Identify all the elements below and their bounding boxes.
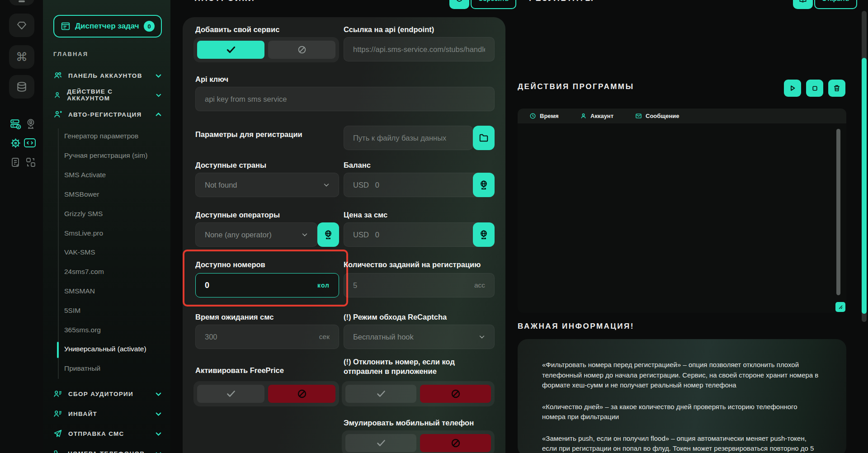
program-actions-table: Время Аккаунт Сообщение xyxy=(518,109,846,313)
reg-tasks-suffix: acc xyxy=(474,281,485,289)
operators-label: Доступные операторы xyxy=(195,211,280,219)
icon-rail: ⌘ xyxy=(0,0,43,453)
important-info-card: «Фильтровать номера перед регистрацией» … xyxy=(518,339,846,453)
chevron-down-icon xyxy=(302,231,308,238)
swap-icon[interactable] xyxy=(24,156,37,169)
sidebar-subitem[interactable]: 365sms.org xyxy=(64,326,101,336)
add-service-toggle[interactable] xyxy=(193,37,339,62)
endpoint-input[interactable]: https://api.sms-service.com/stubs/handle… xyxy=(344,37,495,61)
resize-grip-icon xyxy=(838,304,843,310)
sidebar-subitem[interactable]: Grizzly SMS xyxy=(64,210,103,220)
prohibit-icon xyxy=(450,388,461,399)
open-icon-box[interactable] xyxy=(793,0,813,9)
database-button[interactable] xyxy=(9,75,34,99)
rail-top-partial-button[interactable] xyxy=(9,0,34,5)
recaptcha-select[interactable]: Бесплатный hook xyxy=(344,325,495,349)
sidebar-subitem[interactable]: 5SIM xyxy=(64,307,80,316)
toggle-yes-segment[interactable] xyxy=(197,385,264,403)
diamond-icon xyxy=(16,20,27,31)
emulate-phone-toggle[interactable] xyxy=(342,430,495,453)
sidebar-subitem[interactable]: Генератор параметров xyxy=(64,132,138,142)
countries-select[interactable]: Not found xyxy=(195,173,339,197)
users-icon xyxy=(53,71,62,80)
toggle-no-segment[interactable] xyxy=(420,434,491,452)
table-scrollbar-thumb[interactable] xyxy=(836,129,840,295)
sidebar-item-audience[interactable]: СБОР АУДИТОРИИ xyxy=(53,384,162,403)
sidebar-subitem[interactable]: SMSBower xyxy=(64,190,99,200)
sidebar-item-invite[interactable]: ИНВАЙТ xyxy=(53,404,162,423)
decline-number-toggle[interactable] xyxy=(342,381,495,406)
toggle-no-segment[interactable] xyxy=(268,41,335,59)
toggle-no-segment[interactable] xyxy=(268,385,335,403)
bot-gear-icon[interactable] xyxy=(9,137,22,149)
globe-icon xyxy=(323,229,334,240)
toggle-no-segment[interactable] xyxy=(420,385,491,403)
reset-button-label[interactable]: Сбросить xyxy=(471,0,516,9)
open-button-label[interactable]: Открыть xyxy=(814,0,857,9)
sidebar-item-label: ИНВАЙТ xyxy=(68,411,97,417)
submenu-guide-line xyxy=(58,128,59,379)
sidebar-subitem[interactable]: Ручная регистрация (sim) xyxy=(64,151,147,161)
sidebar-subitem[interactable]: Приватный xyxy=(64,364,100,374)
freeprice-toggle[interactable] xyxy=(193,381,339,406)
command-button[interactable]: ⌘ xyxy=(9,45,34,69)
available-numbers-value: 0 xyxy=(205,281,209,290)
table-resize-grip[interactable] xyxy=(835,302,845,312)
clear-button[interactable] xyxy=(828,80,845,97)
toggle-yes-segment[interactable] xyxy=(197,41,264,59)
api-key-input[interactable]: api key from sms service xyxy=(195,87,495,111)
open-button[interactable]: Открыть xyxy=(793,0,857,9)
sidebar-item-account-action[interactable]: ДЕЙСТВИЕ С АККАУНТОМ xyxy=(53,85,162,104)
diamond-button[interactable] xyxy=(9,14,34,37)
column-time[interactable]: Время xyxy=(529,113,580,119)
balance-input[interactable]: USD 0 xyxy=(344,173,495,197)
task-manager-icon xyxy=(61,21,71,31)
checklist-icon[interactable] xyxy=(9,156,22,169)
sidebar-item-label: ДЕЙСТВИЕ С АККАУНТОМ xyxy=(67,88,150,102)
db-path-input[interactable]: Путь к файлу базы данных xyxy=(344,126,473,150)
sms-price-refresh-button[interactable] xyxy=(473,222,495,247)
stop-button[interactable] xyxy=(806,80,823,97)
check-icon xyxy=(226,44,236,55)
sidebar-subitem[interactable]: SmsLive.pro xyxy=(64,229,103,239)
toggle-yes-segment[interactable] xyxy=(345,385,416,403)
operators-value: None (any operator) xyxy=(205,231,272,239)
sidebar-subitem[interactable]: 24sms7.com xyxy=(64,268,104,278)
book-icon xyxy=(798,0,807,3)
balance-refresh-button[interactable] xyxy=(473,173,495,197)
code-window-icon[interactable] xyxy=(24,137,36,149)
column-label: Время xyxy=(540,113,559,119)
sidebar-subitem[interactable]: SMSMAN xyxy=(64,287,95,297)
sms-price-label: Цена за смс xyxy=(344,211,387,219)
task-manager-button[interactable]: Диспетчер задач 0 xyxy=(53,15,162,38)
sidebar-subitem[interactable]: VAK-SMS xyxy=(64,248,95,258)
reg-tasks-input[interactable]: 5 acc xyxy=(344,273,495,297)
webcam-icon[interactable] xyxy=(24,118,37,130)
trash-icon xyxy=(833,84,841,92)
sidebar-item-phone-numbers[interactable]: НОМЕРА ТЕЛЕФОНОВ xyxy=(53,444,162,453)
column-message[interactable]: Сообщение xyxy=(635,113,679,119)
available-numbers-input[interactable]: 0 кол xyxy=(195,273,339,297)
operators-select[interactable]: None (any operator) xyxy=(195,222,317,247)
sidebar-subitem-active[interactable]: Универсальный (activate) xyxy=(64,345,146,355)
sidebar-item-accounts-panel[interactable]: ПАНЕЛЬ АККАУНТОВ xyxy=(53,66,162,85)
server-check-icon[interactable] xyxy=(9,118,22,130)
sidebar-item-auto-registration[interactable]: АВТО-РЕГИСТРАЦИЯ xyxy=(53,105,162,124)
sidebar-item-send-sms[interactable]: ОТПРАВКА СМС xyxy=(53,424,162,443)
operators-refresh-button[interactable] xyxy=(317,222,339,247)
toggle-yes-segment[interactable] xyxy=(345,434,416,452)
chevron-down-icon xyxy=(323,182,330,188)
column-label: Аккаунт xyxy=(590,113,613,119)
reset-button[interactable]: Сбросить xyxy=(449,0,516,9)
page-scrollbar-thumb[interactable] xyxy=(862,58,867,314)
sms-wait-input[interactable]: 300 сек xyxy=(195,325,339,349)
column-account[interactable]: Аккаунт xyxy=(580,113,635,119)
sidebar-item-label: СБОР АУДИТОРИИ xyxy=(68,391,133,397)
sms-price-input[interactable]: USD 0 xyxy=(344,222,495,247)
chevron-down-icon xyxy=(155,430,162,437)
sidebar-subitem[interactable]: SMS Activate xyxy=(64,171,106,181)
chevron-down-icon xyxy=(155,391,162,397)
browse-folder-button[interactable] xyxy=(473,126,495,150)
reset-icon-box[interactable] xyxy=(449,0,469,9)
run-button[interactable] xyxy=(784,80,801,97)
